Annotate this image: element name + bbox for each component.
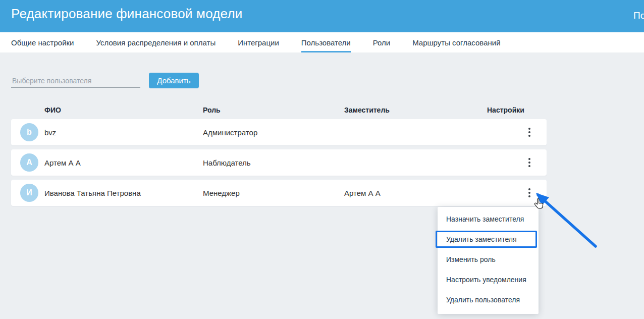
column-header-settings: Настройки — [487, 106, 547, 114]
tab-general-settings[interactable]: Общие настройки — [11, 32, 74, 52]
tab-users[interactable]: Пользователи — [301, 32, 351, 52]
tab-bar: Общие настройки Условия распределения и … — [0, 32, 644, 52]
app-window: Редактирование финансовой модели По Общи… — [0, 0, 644, 319]
tab-distribution-terms[interactable]: Условия распределения и оплаты — [96, 32, 216, 52]
menu-item-configure-notifications[interactable]: Настроить уведомления — [438, 270, 539, 290]
user-role: Наблюдатель — [203, 158, 344, 167]
add-user-button[interactable]: Добавить — [149, 73, 199, 88]
kebab-menu-icon[interactable] — [525, 125, 533, 139]
user-role: Менеджер — [203, 189, 344, 197]
column-header-role: Роль — [203, 106, 344, 114]
table-row: А Артем А А Наблюдатель — [11, 149, 547, 176]
user-select-input[interactable] — [11, 74, 140, 88]
page-title: Редактирование финансовой модели — [11, 6, 242, 22]
user-deputy: Артем А А — [344, 189, 487, 197]
user-role: Администратор — [203, 128, 344, 137]
header-right-link[interactable]: По — [633, 10, 644, 21]
tab-integrations[interactable]: Интеграции — [238, 32, 279, 52]
avatar: А — [20, 153, 38, 172]
column-header-fio: ФИО — [44, 106, 203, 114]
kebab-menu-icon[interactable] — [525, 155, 533, 170]
user-name: Иванова Татьяна Петровна — [44, 189, 203, 197]
table-row: И Иванова Татьяна Петровна Менеджер Арте… — [11, 180, 547, 206]
menu-item-delete-user[interactable]: Удалить пользователя — [438, 290, 539, 310]
menu-item-remove-deputy[interactable]: Удалить заместителя — [438, 229, 539, 249]
table-row: b bvz Администратор — [11, 119, 547, 145]
page-header: Редактирование финансовой модели По — [0, 0, 644, 32]
avatar: b — [20, 123, 38, 141]
avatar: И — [20, 184, 38, 202]
menu-item-change-role[interactable]: Изменить роль — [438, 249, 539, 270]
kebab-menu-icon[interactable] — [525, 186, 533, 200]
menu-item-assign-deputy[interactable]: Назначить заместителя — [438, 209, 539, 229]
user-actions-menu: Назначить заместителя Удалить заместител… — [438, 207, 539, 314]
user-name: bvz — [44, 128, 203, 137]
tab-roles[interactable]: Роли — [373, 32, 391, 52]
user-name: Артем А А — [44, 158, 203, 167]
tab-approval-routes[interactable]: Маршруты согласований — [412, 32, 500, 52]
column-header-deputy: Заместитель — [344, 106, 487, 114]
table-header: ФИО Роль Заместитель Настройки — [11, 103, 547, 117]
